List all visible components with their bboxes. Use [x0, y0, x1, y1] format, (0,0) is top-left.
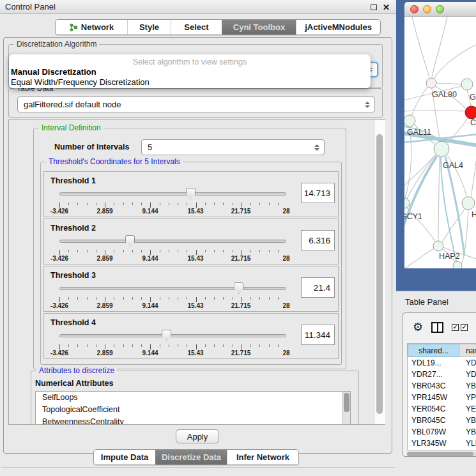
number-of-intervals-label: Number of Intervals — [54, 142, 129, 151]
network-edge[interactable] — [471, 161, 476, 197]
algorithm-option-equal-width[interactable]: Equal Width/Frequency Discretization — [11, 77, 150, 87]
cell-name[interactable]: YLR345W — [459, 438, 476, 449]
network-edge[interactable] — [404, 249, 434, 268]
network-edge[interactable] — [438, 157, 440, 241]
float-window-icon[interactable] — [371, 4, 377, 10]
apply-button[interactable]: Apply — [176, 429, 219, 443]
network-node[interactable] — [426, 78, 436, 88]
cell-shared-name[interactable]: YER054C — [408, 403, 459, 415]
algorithm-option-manual[interactable]: Manual Discretization — [11, 67, 96, 77]
tab-network[interactable]: Network — [56, 20, 127, 35]
table-data-combobox[interactable]: galFiltered.sif default node — [17, 96, 375, 112]
cell-shared-name[interactable]: YBR043C — [408, 380, 459, 392]
threshold-slider[interactable]: -3.4262.8599.14415.4321.71528 — [59, 234, 286, 263]
tab-jactivemnodules[interactable]: jActiveMNodules — [296, 20, 380, 35]
slider-thumb[interactable] — [125, 235, 135, 247]
cell-name[interactable]: YDR27 — [459, 369, 476, 380]
column-header-shared-name[interactable]: shared... — [408, 344, 459, 357]
network-edge[interactable] — [405, 127, 411, 198]
tab-select[interactable]: Select — [171, 20, 222, 35]
table-row[interactable]: YER054CYER054C — [408, 403, 476, 415]
close-window-icon[interactable] — [410, 5, 418, 13]
number-of-intervals-combobox[interactable]: 5 — [141, 139, 325, 155]
table-row[interactable]: YBR043CYBR043C — [408, 380, 476, 392]
split-view-icon[interactable] — [431, 322, 443, 333]
network-node[interactable] — [433, 241, 443, 251]
minimize-window-icon[interactable] — [423, 5, 431, 13]
tab-impute-data[interactable]: Impute Data — [94, 450, 155, 464]
checkbox-icon[interactable]: ✓ — [461, 324, 468, 331]
slider-thumb[interactable] — [234, 282, 243, 294]
numerical-attributes-list[interactable]: SelfLoopsTopologicalCoefficientBetweenne… — [35, 391, 351, 424]
network-window-titlebar[interactable] — [404, 2, 476, 17]
attribute-list-item[interactable]: BetweennessCentrality — [36, 416, 350, 424]
close-icon[interactable]: ✕ — [383, 3, 390, 12]
slider-thumb[interactable] — [162, 330, 171, 341]
cell-name[interactable]: YIL052C — [459, 449, 476, 450]
cell-shared-name[interactable]: YBR045C — [408, 415, 459, 426]
scrollbar-thumb[interactable] — [376, 134, 383, 414]
table-row[interactable]: YBR045CYBR045C — [408, 415, 476, 426]
attribute-list-item[interactable]: SelfLoops — [36, 392, 350, 404]
threshold-slider[interactable]: -3.4262.8599.14415.4321.71528 — [59, 329, 286, 357]
attribute-list-item[interactable]: TopologicalCoefficient — [36, 404, 350, 416]
network-node[interactable] — [461, 79, 473, 90]
network-edge[interactable] — [445, 157, 464, 256]
network-node[interactable] — [404, 198, 410, 208]
gear-icon[interactable]: ⚙ — [413, 321, 423, 333]
tab-cyni-toolbox[interactable]: Cyni Toolbox — [222, 20, 296, 35]
cell-shared-name[interactable]: YLR345W — [408, 438, 459, 449]
network-edge[interactable] — [411, 87, 427, 116]
network-edge[interactable] — [436, 83, 461, 84]
tab-discretize-data[interactable]: Discretize Data — [155, 450, 227, 464]
cell-name[interactable]: YPR145W — [459, 392, 476, 403]
threshold-value-field[interactable] — [301, 325, 335, 345]
table-row[interactable]: YDR27...YDR27 — [408, 369, 476, 380]
slider-track[interactable] — [59, 287, 286, 290]
threshold-value-field[interactable] — [301, 230, 335, 250]
network-edge[interactable] — [434, 45, 476, 79]
tab-infer-network[interactable]: Infer Network — [227, 450, 298, 464]
cell-name[interactable]: YBR045C — [459, 415, 476, 426]
cell-name[interactable]: YBL079W — [459, 426, 476, 438]
threshold-slider[interactable]: -3.4262.8599.14415.4321.71528 — [59, 187, 286, 215]
cell-shared-name[interactable]: YIL052C — [408, 449, 459, 450]
slider-track[interactable] — [59, 192, 286, 196]
network-edge[interactable] — [432, 17, 447, 77]
column-header-name[interactable]: name — [459, 344, 476, 357]
checkbox-icon[interactable]: ✓ — [452, 324, 459, 331]
table-row[interactable]: YPR145WYPR145W — [408, 392, 476, 403]
cell-name[interactable]: YBR043C — [459, 380, 476, 392]
cell-name[interactable]: YER054C — [459, 403, 476, 415]
settings-vertical-scrollbar[interactable] — [374, 120, 385, 424]
network-canvas[interactable]: GAL80GACGAL11GAL4GCY1HHAP2 — [404, 17, 476, 268]
cell-shared-name[interactable]: YDL19... — [408, 357, 459, 369]
network-node[interactable] — [404, 115, 415, 127]
node-label: GAL80 — [432, 90, 457, 99]
network-node[interactable] — [434, 141, 449, 157]
slider-track[interactable] — [59, 334, 286, 337]
threshold-value-field[interactable] — [301, 277, 335, 298]
network-edge[interactable] — [404, 156, 437, 244]
table-row[interactable]: YIL052CYIL052C — [408, 449, 476, 450]
network-node[interactable] — [462, 197, 475, 210]
slider-thumb[interactable] — [186, 188, 196, 199]
table-horizontal-scrollbar[interactable] — [406, 452, 476, 456]
threshold-value-field[interactable] — [301, 183, 335, 203]
cell-shared-name[interactable]: YDR27... — [408, 369, 459, 380]
table-row[interactable]: YBL079WYBL079W — [408, 426, 476, 438]
threshold-slider[interactable]: -3.4262.8599.14415.4321.71528 — [59, 282, 286, 310]
network-node[interactable] — [453, 261, 462, 268]
table-row[interactable]: YDL19...YDL19 — [408, 357, 476, 369]
cell-name[interactable]: YDL19 — [459, 357, 476, 369]
table-row[interactable]: YLR345WYLR345W — [408, 438, 476, 449]
attributes-list-scrollbar[interactable] — [342, 392, 350, 424]
network-edge[interactable] — [412, 17, 429, 77]
slider-track[interactable] — [59, 240, 286, 243]
network-node[interactable] — [465, 106, 476, 119]
cell-shared-name[interactable]: YBL079W — [408, 426, 459, 438]
cell-shared-name[interactable]: YPR145W — [408, 392, 459, 403]
slider-scale-label: -3.426 — [50, 349, 68, 357]
zoom-window-icon[interactable] — [436, 5, 444, 13]
tab-style[interactable]: Style — [127, 20, 171, 35]
